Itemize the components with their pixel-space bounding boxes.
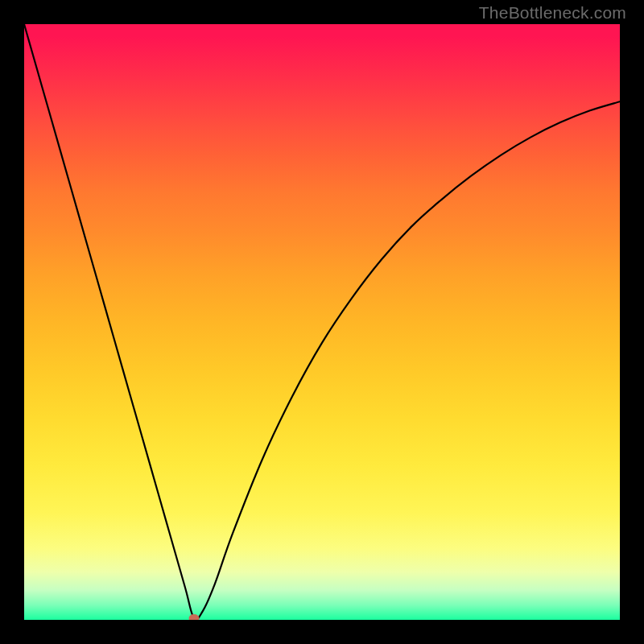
bottleneck-curve [24, 24, 620, 620]
plot-area [24, 24, 620, 620]
minimum-marker [188, 614, 199, 620]
watermark-text: TheBottleneck.com [479, 3, 626, 23]
